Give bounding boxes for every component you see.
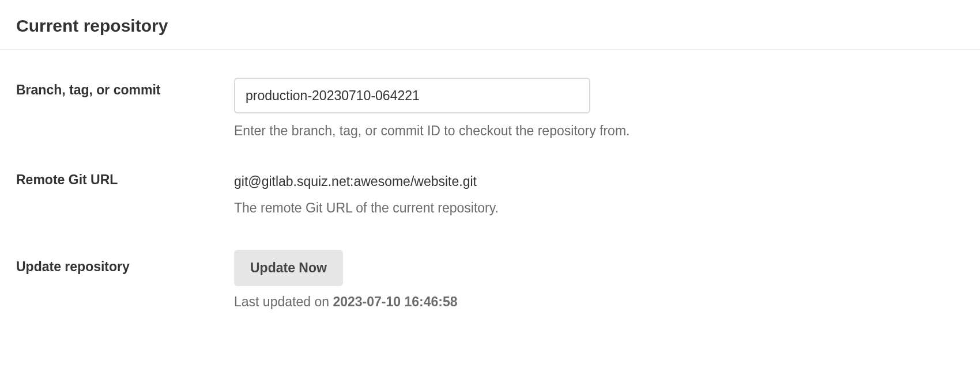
form-rows: Branch, tag, or commit Enter the branch,… bbox=[16, 50, 964, 310]
remote-url-content: git@gitlab.squiz.net:awesome/website.git… bbox=[234, 172, 964, 217]
current-repository-section: Current repository Branch, tag, or commi… bbox=[0, 0, 980, 310]
update-repo-row: Update repository Update Now Last update… bbox=[16, 250, 964, 310]
remote-url-label: Remote Git URL bbox=[16, 172, 234, 188]
last-updated-prefix: Last updated on bbox=[234, 294, 333, 309]
remote-url-help-text: The remote Git URL of the current reposi… bbox=[234, 199, 964, 217]
branch-label: Branch, tag, or commit bbox=[16, 78, 234, 98]
last-updated-text: Last updated on 2023-07-10 16:46:58 bbox=[234, 294, 964, 310]
branch-input[interactable] bbox=[234, 78, 590, 113]
update-repo-content: Update Now Last updated on 2023-07-10 16… bbox=[234, 250, 964, 310]
branch-row: Branch, tag, or commit Enter the branch,… bbox=[16, 78, 964, 140]
remote-url-value: git@gitlab.squiz.net:awesome/website.git bbox=[234, 172, 964, 191]
last-updated-timestamp: 2023-07-10 16:46:58 bbox=[333, 294, 457, 309]
section-title: Current repository bbox=[16, 16, 964, 50]
update-now-button[interactable]: Update Now bbox=[234, 250, 343, 286]
remote-url-row: Remote Git URL git@gitlab.squiz.net:awes… bbox=[16, 172, 964, 217]
branch-help-text: Enter the branch, tag, or commit ID to c… bbox=[234, 121, 964, 140]
branch-content: Enter the branch, tag, or commit ID to c… bbox=[234, 78, 964, 140]
update-repo-label: Update repository bbox=[16, 250, 234, 275]
